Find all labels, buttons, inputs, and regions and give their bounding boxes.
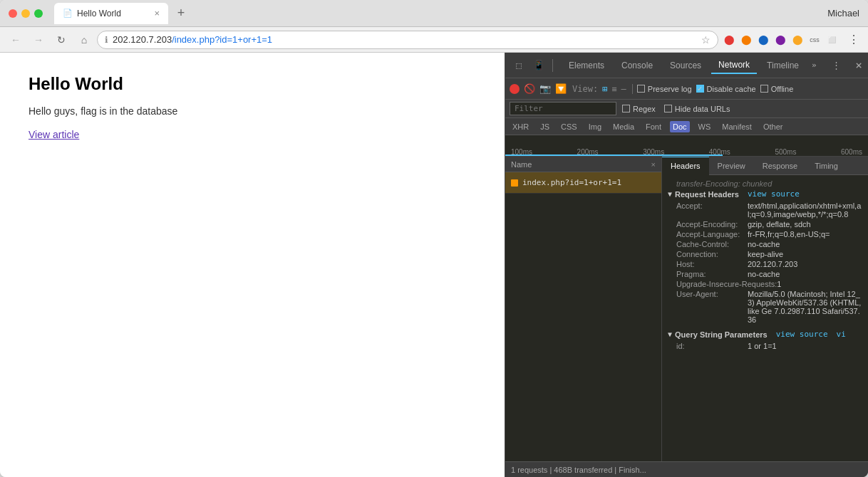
- devtools-settings-icon[interactable]: ⋮: [828, 58, 844, 73]
- reload-button[interactable]: ↻: [51, 30, 71, 50]
- pragma-key: Pragma:: [676, 270, 748, 278]
- regex-label: Regex: [633, 105, 656, 113]
- tab-console[interactable]: Console: [614, 58, 660, 73]
- tab-timeline[interactable]: Timeline: [760, 58, 806, 73]
- ext-icon-5[interactable]: ⬤: [790, 32, 805, 48]
- devtools-tabs: Elements Console Sources Network Timelin…: [562, 57, 817, 74]
- status-text: 1 requests | 468B transferred | Finish..…: [511, 466, 646, 474]
- requests-list: index.php?id=1+or+1=1: [505, 172, 661, 461]
- filter-font[interactable]: Font: [643, 121, 664, 132]
- disable-cache-checkbox[interactable]: ✓: [696, 85, 704, 93]
- filter-manifest[interactable]: Manifest: [719, 121, 755, 132]
- filter-xhr[interactable]: XHR: [510, 121, 532, 132]
- tab-sources[interactable]: Sources: [663, 58, 708, 73]
- extensions-area: ⬤ ⬤ ⬤ ⬤ ⬤ css ⬜: [721, 32, 839, 48]
- request-name: index.php?id=1+or+1=1: [522, 178, 621, 187]
- toolbar-sep-1: [632, 84, 633, 94]
- ext-icon-1[interactable]: ⬤: [721, 32, 737, 48]
- tab-network[interactable]: Network: [711, 57, 757, 74]
- regex-checkbox[interactable]: [622, 105, 630, 112]
- url-base: 202.120.7.203: [113, 34, 172, 45]
- hide-data-urls-checkbox[interactable]: [664, 105, 672, 112]
- connection-row: Connection: keep-alive: [668, 250, 862, 258]
- offline-checkbox[interactable]: [760, 85, 768, 93]
- cache-control-key: Cache-Control:: [676, 240, 748, 248]
- grid-view-button[interactable]: ⊞: [601, 83, 609, 95]
- requests-header: Name ×: [505, 157, 661, 172]
- tab-elements[interactable]: Elements: [562, 58, 611, 73]
- host-val: 202.120.7.203: [748, 260, 862, 268]
- details-tab-headers[interactable]: Headers: [662, 157, 709, 175]
- ext-icon-4[interactable]: ⬤: [773, 32, 788, 48]
- address-bar[interactable]: ℹ 202.120.7.203/index.php?id=1+or+1=1 ☆: [97, 31, 718, 49]
- back-button[interactable]: ←: [6, 30, 26, 50]
- query-string-section: ▼ Query String Parameters view source vi…: [668, 330, 862, 350]
- filter-doc[interactable]: Doc: [670, 121, 690, 132]
- list-view-button[interactable]: ≡: [610, 83, 618, 95]
- user-agent-key: User-Agent:: [676, 290, 748, 324]
- menu-button[interactable]: ⋮: [845, 31, 862, 48]
- details-tab-response[interactable]: Response: [754, 157, 807, 175]
- ext-icon-2[interactable]: ⬤: [738, 32, 754, 48]
- filter-ws[interactable]: WS: [696, 121, 714, 132]
- pragma-row: Pragma: no-cache: [668, 270, 862, 278]
- view-article-link[interactable]: View article: [29, 129, 79, 140]
- filter-media[interactable]: Media: [610, 121, 637, 132]
- disable-cache-label: Disable cache: [707, 85, 756, 93]
- minimize-traffic-light[interactable]: [21, 9, 30, 18]
- devtools-close-button[interactable]: ×: [855, 58, 862, 72]
- new-tab-button[interactable]: +: [171, 4, 191, 23]
- filter-input[interactable]: [510, 102, 616, 115]
- more-tabs-button[interactable]: »: [812, 61, 817, 70]
- active-tab[interactable]: 📄 Hello World ×: [54, 3, 168, 24]
- navbar: ← → ↻ ⌂ ℹ 202.120.7.203/index.php?id=1+o…: [0, 27, 868, 53]
- view-url-link[interactable]: vi: [837, 330, 846, 339]
- record-button[interactable]: [510, 84, 520, 94]
- waterfall-view-button[interactable]: —: [620, 83, 628, 95]
- close-column-button[interactable]: ×: [651, 160, 656, 169]
- ext-icon-css[interactable]: css: [807, 32, 822, 48]
- devtools-panel: ⬚ 📱 Elements Console Sources Network Tim…: [505, 53, 868, 477]
- preserve-log-label: Preserve log: [648, 85, 692, 93]
- filter-other[interactable]: Other: [760, 121, 786, 132]
- filter-bar: Regex Hide data URLs: [505, 100, 868, 118]
- devtools-device-icon[interactable]: 📱: [531, 58, 547, 73]
- details-tab-preview[interactable]: Preview: [709, 157, 754, 175]
- preserve-log-checkbox[interactable]: [637, 85, 645, 93]
- regex-option[interactable]: Regex: [622, 105, 656, 113]
- page-title: Hello World: [29, 74, 476, 94]
- ext-icon-3[interactable]: ⬤: [755, 32, 771, 48]
- query-id-key: id:: [676, 342, 748, 350]
- tab-close-button[interactable]: ×: [154, 8, 160, 19]
- query-triangle: ▼: [668, 330, 672, 338]
- details-tab-timing[interactable]: Timing: [806, 157, 847, 175]
- ext-icon-extra[interactable]: ⬜: [824, 32, 839, 48]
- filter-js[interactable]: JS: [537, 121, 552, 132]
- maximize-traffic-light[interactable]: [34, 9, 43, 18]
- accept-key: Accept:: [676, 201, 748, 219]
- hide-data-urls-option[interactable]: Hide data URLs: [664, 105, 730, 113]
- connection-key: Connection:: [676, 250, 748, 258]
- cache-control-row: Cache-Control: no-cache: [668, 240, 862, 248]
- view-source-link-2[interactable]: view source: [776, 330, 828, 339]
- timeline-progress-line: [505, 154, 868, 156]
- request-headers-title: ▼ Request Headers view source: [668, 189, 862, 199]
- clear-button[interactable]: 🚫: [524, 83, 535, 95]
- filter-button[interactable]: 🔽: [555, 83, 567, 94]
- filter-css[interactable]: CSS: [558, 121, 580, 132]
- devtools-inspect-icon[interactable]: ⬚: [511, 58, 527, 73]
- filter-img[interactable]: Img: [586, 121, 604, 132]
- close-traffic-light[interactable]: [9, 9, 17, 18]
- name-column-header: Name: [511, 160, 532, 169]
- request-item[interactable]: index.php?id=1+or+1=1: [505, 172, 661, 194]
- bookmark-button[interactable]: ☆: [701, 34, 711, 46]
- forward-button[interactable]: →: [29, 30, 48, 50]
- view-source-link-1[interactable]: view source: [748, 189, 800, 199]
- accept-language-row: Accept-Language: fr-FR,fr;q=0.8,en-US;q=: [668, 230, 862, 238]
- query-string-label: Query String Parameters: [675, 330, 768, 339]
- upgrade-insecure-val: 1: [777, 280, 862, 288]
- page-content: Hello World Hello guys, flag is in the d…: [0, 53, 505, 477]
- screenshot-button[interactable]: 📷: [539, 83, 551, 94]
- home-button[interactable]: ⌂: [74, 30, 94, 50]
- host-key: Host:: [676, 260, 748, 268]
